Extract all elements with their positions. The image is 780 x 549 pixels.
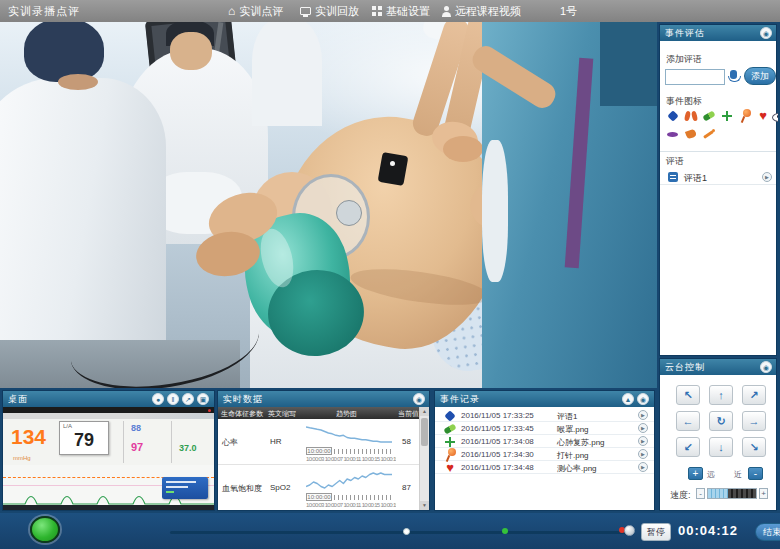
end-button[interactable]: 结束 <box>755 523 780 541</box>
remote-desktop-view[interactable]: 134 L/A 79 mmHg 88 97 37.0 <box>3 407 214 510</box>
ptz-down-button[interactable]: ↓ <box>709 437 733 457</box>
bvm-valve <box>336 200 362 226</box>
ptz-menu-icon[interactable]: ◉ <box>760 361 772 373</box>
snapshot-icon[interactable]: ◉ <box>637 393 649 405</box>
popup-ok-indicator <box>166 491 174 493</box>
eject-icon[interactable]: ▲ <box>622 393 634 405</box>
syringe-icon[interactable] <box>702 127 716 141</box>
doctor-left-cap <box>24 22 104 82</box>
comment-input[interactable] <box>665 69 725 85</box>
col-value: 当前值 <box>398 409 419 419</box>
event-icons-label: 事件图标 <box>666 95 702 108</box>
scrollbar-thumb[interactable] <box>421 418 428 446</box>
pin-icon[interactable] <box>738 109 752 123</box>
speed-plus-button[interactable]: + <box>759 488 768 499</box>
top-menubar: 实训录播点评 ⌂ 实训点评 实训回放 基础设置 远程课程视频 1号 <box>0 0 780 22</box>
microphone-icon[interactable] <box>730 70 737 79</box>
event-action-button[interactable]: ▶ <box>638 423 648 433</box>
elapsed-timer: 00:04:12 <box>678 523 738 538</box>
diamond-icon[interactable] <box>666 109 680 123</box>
station-number: 1号 <box>560 4 577 19</box>
cross-icon[interactable] <box>720 109 734 123</box>
capsule-icon[interactable] <box>702 109 716 123</box>
resp-value: 88 <box>131 423 141 433</box>
speed-bar[interactable] <box>707 488 757 499</box>
cross-icon <box>443 435 457 449</box>
event-row[interactable]: 2016/11/05 17:34:30 打针.png ▶ <box>435 448 654 461</box>
fullscreen-icon[interactable]: ↗ <box>182 393 194 405</box>
scroll-down-icon[interactable]: ▼ <box>420 501 429 510</box>
comments-label: 评语 <box>666 155 684 168</box>
realtime-table-header: 生命体征参数 英文缩写 趋势图 当前值 <box>218 407 429 419</box>
vertical-scrollbar[interactable]: ▲ ▼ <box>419 407 429 510</box>
event-name: 喉罩.png <box>557 424 589 435</box>
event-action-button[interactable]: ▶ <box>638 462 648 472</box>
nurse-right-shoulder <box>600 22 657 106</box>
event-eval-panel: 事件评估 ◉ 添加评语 添加 事件图标 ♥ 评语 评语1 ▶ <box>659 24 777 356</box>
ptz-down-right-button[interactable]: ↘ <box>742 437 766 457</box>
timeline-marker-white[interactable] <box>403 528 410 535</box>
monitor-icon <box>300 7 311 15</box>
panel-menu-icon[interactable]: ◉ <box>760 27 772 39</box>
add-comment-button[interactable]: 添加 <box>744 67 776 85</box>
menu-item-remote-video[interactable]: 远程课程视频 <box>442 3 521 19</box>
axis-range-box[interactable]: 10:00:00 <box>306 493 332 501</box>
scroll-up-icon[interactable]: ▲ <box>420 407 429 416</box>
speed-level <box>708 489 728 498</box>
event-row[interactable]: 2016/11/05 17:34:08 心肺复苏.png ▶ <box>435 435 654 448</box>
table-row[interactable]: 心率 HR 10:00:00 10:00:03 10:00:07 10:00:1… <box>218 419 419 465</box>
live-video-feed[interactable] <box>0 22 657 388</box>
event-action-button[interactable]: ▶ <box>638 449 648 459</box>
ptz-down-left-button[interactable]: ↙ <box>676 437 700 457</box>
axis-range-box[interactable]: 10:00:00 <box>306 447 332 455</box>
timeline-handle[interactable] <box>624 525 635 536</box>
ptz-up-left-button[interactable]: ↖ <box>676 385 700 405</box>
ptz-reset-button[interactable]: ↻ <box>709 411 733 431</box>
popup-text-line <box>166 481 196 483</box>
menu-label-remote-video: 远程课程视频 <box>455 4 521 19</box>
arm-icon[interactable] <box>684 127 698 141</box>
monitor-values-area: 134 L/A 79 mmHg 88 97 37.0 <box>3 419 214 465</box>
menu-item-playback[interactable]: 实训回放 <box>300 3 359 19</box>
axis-ruler <box>334 495 392 500</box>
menu-item-review[interactable]: ⌂ 实训点评 <box>228 3 283 19</box>
event-name: 评语1 <box>557 411 577 422</box>
settings-icon <box>372 6 376 10</box>
lungs-icon[interactable] <box>684 109 698 123</box>
event-row[interactable]: 2016/11/05 17:33:45 喉罩.png ▶ <box>435 422 654 435</box>
eye-icon[interactable] <box>772 109 778 123</box>
axis-tick-labels: 10:00:03 10:00:07 10:00:11 10:00:15 10:0… <box>306 456 396 462</box>
monitor-waveform-area <box>3 465 214 507</box>
doctor-middle-face <box>170 32 212 70</box>
event-action-button[interactable]: ▶ <box>638 436 648 446</box>
heart-icon[interactable]: ♥ <box>756 109 770 123</box>
event-action-button[interactable]: ▶ <box>638 410 648 420</box>
speed-slider[interactable]: - + <box>696 488 770 499</box>
doctor-left-neck <box>58 74 98 90</box>
ptz-right-button[interactable]: → <box>742 411 766 431</box>
realtime-menu-icon[interactable]: ◉ <box>413 393 425 405</box>
camera-icon[interactable]: ▣ <box>197 393 209 405</box>
timeline-marker-green[interactable] <box>502 528 508 534</box>
zoom-out-button[interactable]: - <box>748 467 763 480</box>
timeline-track[interactable] <box>170 531 632 534</box>
divider <box>660 151 776 152</box>
event-time: 2016/11/05 17:34:30 <box>461 450 534 459</box>
pause-icon[interactable]: ‖ <box>167 393 179 405</box>
lips-icon[interactable] <box>666 127 680 141</box>
ptz-left-button[interactable]: ← <box>676 411 700 431</box>
table-row[interactable]: 血氧饱和度 SpO2 10:00:00 10:00:03 10:00:07 10… <box>218 465 419 510</box>
nibp-dia-value: 79 <box>60 430 108 451</box>
comment-list-item[interactable]: 评语1 ▶ <box>660 169 776 185</box>
event-row[interactable]: ♥ 2016/11/05 17:34:48 测心率.png ▶ <box>435 461 654 474</box>
ptz-up-button[interactable]: ↑ <box>709 385 733 405</box>
event-time: 2016/11/05 17:34:08 <box>461 437 534 446</box>
ptz-up-right-button[interactable]: ↗ <box>742 385 766 405</box>
zoom-in-button[interactable]: + <box>688 467 703 480</box>
event-row[interactable]: 2016/11/05 17:33:25 评语1 ▶ <box>435 409 654 422</box>
comment-action-button[interactable]: ▶ <box>762 172 772 182</box>
pause-button[interactable]: 暂停 <box>641 523 671 541</box>
speed-minus-button[interactable]: - <box>696 488 705 499</box>
record-icon[interactable]: ● <box>152 393 164 405</box>
menu-item-settings[interactable]: 基础设置 <box>372 3 430 19</box>
